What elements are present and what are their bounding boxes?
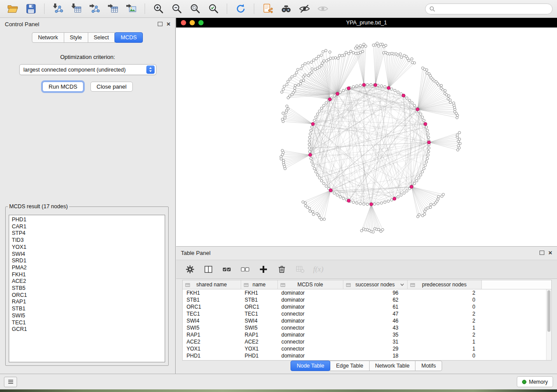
binoculars-button[interactable]: [278, 2, 294, 16]
network-node[interactable]: [308, 150, 311, 153]
network-node[interactable]: [426, 129, 429, 132]
dominator-node[interactable]: [347, 87, 350, 90]
network-node[interactable]: [427, 154, 429, 156]
search-input[interactable]: [437, 5, 548, 12]
network-node[interactable]: [337, 57, 339, 60]
network-node[interactable]: [456, 117, 458, 119]
apply-preferred-layout-button[interactable]: [232, 2, 249, 16]
export-table-button[interactable]: [105, 2, 121, 16]
network-node[interactable]: [304, 62, 306, 65]
create-column-button[interactable]: [257, 264, 269, 275]
network-node[interactable]: [338, 54, 341, 57]
network-node[interactable]: [313, 167, 316, 170]
network-node[interactable]: [382, 52, 385, 54]
network-node[interactable]: [373, 203, 376, 206]
network-node[interactable]: [325, 49, 327, 52]
mcds-result-item[interactable]: SRD1: [12, 258, 165, 265]
network-node[interactable]: [383, 45, 385, 48]
memory-button[interactable]: Memory: [517, 376, 553, 387]
float-table-panel-icon[interactable]: [540, 251, 544, 255]
network-node[interactable]: [308, 140, 311, 142]
dominator-node[interactable]: [410, 185, 413, 188]
network-node[interactable]: [297, 84, 300, 86]
network-node[interactable]: [322, 51, 325, 53]
tab-style[interactable]: Style: [64, 32, 88, 43]
export-image-button[interactable]: [123, 2, 139, 16]
network-node[interactable]: [413, 182, 416, 185]
tab-edge-table[interactable]: Edge Table: [330, 361, 369, 371]
network-node[interactable]: [397, 196, 399, 198]
network-node[interactable]: [302, 79, 305, 82]
tab-select[interactable]: Select: [88, 32, 115, 43]
tab-network-table[interactable]: Network Table: [369, 361, 416, 371]
network-node[interactable]: [349, 50, 352, 53]
table-row[interactable]: YOX1YOX1connector291: [183, 345, 551, 352]
document-share-button[interactable]: [259, 2, 276, 16]
close-table-panel-icon[interactable]: ×: [548, 250, 552, 255]
export-network-button[interactable]: [86, 2, 103, 16]
network-node[interactable]: [442, 193, 445, 196]
network-node[interactable]: [437, 198, 439, 200]
network-node[interactable]: [415, 179, 418, 182]
mcds-result-item[interactable]: ACE2: [12, 278, 165, 285]
network-node[interactable]: [363, 43, 365, 46]
delete-columns-button[interactable]: [276, 264, 287, 275]
table-row[interactable]: FKH1FKH1dominator962: [183, 289, 551, 297]
table-row[interactable]: ACE2ACE2connector311: [183, 338, 551, 345]
network-node[interactable]: [377, 45, 380, 48]
network-node[interactable]: [366, 83, 369, 86]
network-node[interactable]: [336, 194, 339, 196]
table-scrollbar[interactable]: [546, 289, 551, 360]
network-node[interactable]: [370, 83, 372, 86]
dominator-node[interactable]: [427, 141, 430, 144]
show-columns-button[interactable]: [202, 264, 214, 275]
network-node[interactable]: [286, 105, 288, 107]
network-node[interactable]: [342, 197, 345, 200]
mcds-result-item[interactable]: STP4: [12, 230, 165, 237]
network-node[interactable]: [300, 80, 302, 83]
table-row[interactable]: ORC1ORC1dominator610: [183, 303, 551, 310]
network-node[interactable]: [359, 203, 362, 205]
network-node[interactable]: [308, 136, 311, 139]
network-node[interactable]: [427, 207, 429, 210]
network-node[interactable]: [280, 91, 283, 93]
network-node[interactable]: [381, 228, 384, 231]
network-node[interactable]: [285, 111, 287, 113]
network-node[interactable]: [308, 143, 311, 146]
network-node[interactable]: [421, 171, 424, 173]
network-node[interactable]: [318, 110, 321, 113]
network-node[interactable]: [310, 129, 312, 132]
dominator-node[interactable]: [311, 122, 315, 125]
network-node[interactable]: [329, 51, 331, 53]
network-node[interactable]: [297, 69, 299, 71]
network-node[interactable]: [422, 67, 424, 69]
network-node[interactable]: [354, 47, 357, 49]
tab-mcds[interactable]: MCDS: [114, 32, 143, 43]
mcds-result-item[interactable]: SWI5: [12, 313, 165, 320]
network-node[interactable]: [418, 177, 420, 179]
network-node[interactable]: [318, 177, 321, 179]
network-node[interactable]: [312, 164, 315, 167]
network-node[interactable]: [399, 53, 402, 55]
network-node[interactable]: [304, 202, 307, 204]
close-panel-icon[interactable]: ×: [166, 21, 170, 27]
network-node[interactable]: [377, 228, 380, 231]
mcds-result-item[interactable]: TID3: [12, 237, 165, 244]
close-window-icon[interactable]: [181, 20, 186, 25]
network-node[interactable]: [377, 203, 379, 205]
network-node[interactable]: [309, 133, 311, 135]
network-node[interactable]: [325, 102, 328, 104]
network-node[interactable]: [372, 44, 375, 47]
network-node[interactable]: [342, 89, 345, 92]
network-node[interactable]: [317, 55, 320, 58]
network-node[interactable]: [363, 203, 365, 206]
network-node[interactable]: [429, 206, 432, 209]
open-session-button[interactable]: [4, 2, 21, 16]
network-node[interactable]: [332, 57, 335, 59]
mcds-result-item[interactable]: SWI4: [12, 251, 165, 258]
zoom-out-button[interactable]: [169, 2, 185, 16]
network-node[interactable]: [320, 179, 323, 182]
network-node[interactable]: [397, 91, 399, 93]
network-node[interactable]: [321, 62, 324, 65]
network-node[interactable]: [295, 72, 298, 74]
